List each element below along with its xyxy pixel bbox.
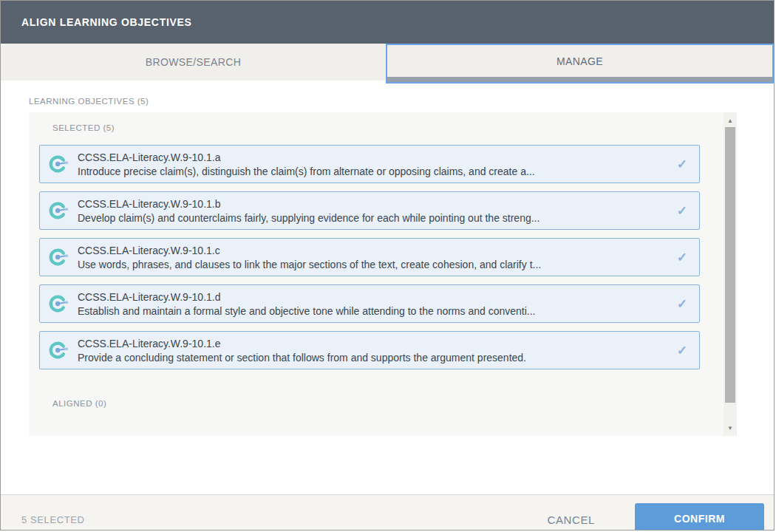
panel-scrollbar[interactable]: ▲ ▼ [724,112,737,436]
selected-check-icon: ✓ [677,203,687,219]
scrollbar-thumb[interactable] [725,127,735,403]
objective-text: CCSS.ELA-Literacy.W.9-10.1.b Develop cla… [78,197,670,225]
selected-count-label: 5 SELECTED [21,514,84,525]
objective-icon [48,339,70,361]
objective-row[interactable]: CCSS.ELA-Literacy.W.9-10.1.d Establish a… [39,284,700,323]
objective-text: CCSS.ELA-Literacy.W.9-10.1.d Establish a… [78,290,670,318]
objective-code: CCSS.ELA-Literacy.W.9-10.1.a [78,151,670,165]
selected-section-header: SELECTED (5) [52,123,700,132]
objective-icon [48,293,70,315]
objective-icon [48,246,70,268]
objective-icon [48,200,70,222]
objective-description: Use words, phrases, and clauses to link … [78,258,670,272]
dialog-content: LEARNING OBJECTIVES (5) SELECTED (5) [1,97,774,494]
dialog-title: ALIGN LEARNING OBJECTIVES [21,16,192,28]
selected-check-icon: ✓ [677,250,687,265]
objective-row[interactable]: CCSS.ELA-Literacy.W.9-10.1.a Introduce p… [39,145,700,183]
tab-manage[interactable]: MANAGE [386,44,774,83]
scroll-up-icon[interactable]: ▲ [724,112,737,129]
selected-check-icon: ✓ [677,157,687,172]
dialog-header: ALIGN LEARNING OBJECTIVES [1,1,774,44]
objective-code: CCSS.ELA-Literacy.W.9-10.1.c [78,244,670,258]
objectives-panel: SELECTED (5) CCSS.ELA-Literacy.W.9-10.1.… [29,112,737,436]
objective-row[interactable]: CCSS.ELA-Literacy.W.9-10.1.e Provide a c… [39,331,700,369]
objective-description: Provide a concluding statement or sectio… [78,351,670,365]
objective-description: Introduce precise claim(s), distinguish … [78,165,670,179]
align-learning-objectives-dialog: ALIGN LEARNING OBJECTIVES BROWSE/SEARCH … [0,0,775,531]
objective-text: CCSS.ELA-Literacy.W.9-10.1.e Provide a c… [78,336,670,365]
scroll-down-icon[interactable]: ▼ [724,420,737,436]
tab-manage-label: MANAGE [557,55,603,67]
objective-text: CCSS.ELA-Literacy.W.9-10.1.a Introduce p… [78,150,670,179]
objectives-panel-scroll-area: SELECTED (5) CCSS.ELA-Literacy.W.9-10.1.… [29,112,724,436]
selected-check-icon: ✓ [677,296,687,312]
objective-description: Develop claim(s) and counterclaims fairl… [78,211,670,225]
objective-code: CCSS.ELA-Literacy.W.9-10.1.d [78,290,670,304]
active-tab-indicator [387,77,772,82]
learning-objectives-header: LEARNING OBJECTIVES (5) [29,97,737,106]
confirm-button[interactable]: CONFIRM [635,503,764,531]
tab-browse-search[interactable]: BROWSE/SEARCH [1,44,386,81]
objective-code: CCSS.ELA-Literacy.W.9-10.1.b [78,197,670,211]
objective-text: CCSS.ELA-Literacy.W.9-10.1.c Use words, … [78,243,670,272]
objective-icon [48,153,70,175]
selected-check-icon: ✓ [677,343,687,358]
tab-bar: BROWSE/SEARCH MANAGE [1,44,774,83]
objective-description: Establish and maintain a formal style an… [78,304,670,318]
objective-code: CCSS.ELA-Literacy.W.9-10.1.e [78,337,670,351]
dialog-footer: 5 SELECTED CANCEL CONFIRM [1,494,774,531]
objective-row[interactable]: CCSS.ELA-Literacy.W.9-10.1.c Use words, … [39,238,700,276]
aligned-section-header: ALIGNED (0) [52,399,700,408]
objective-row[interactable]: CCSS.ELA-Literacy.W.9-10.1.b Develop cla… [39,191,700,230]
tab-browse-search-label: BROWSE/SEARCH [146,56,242,68]
cancel-button[interactable]: CANCEL [548,514,595,526]
